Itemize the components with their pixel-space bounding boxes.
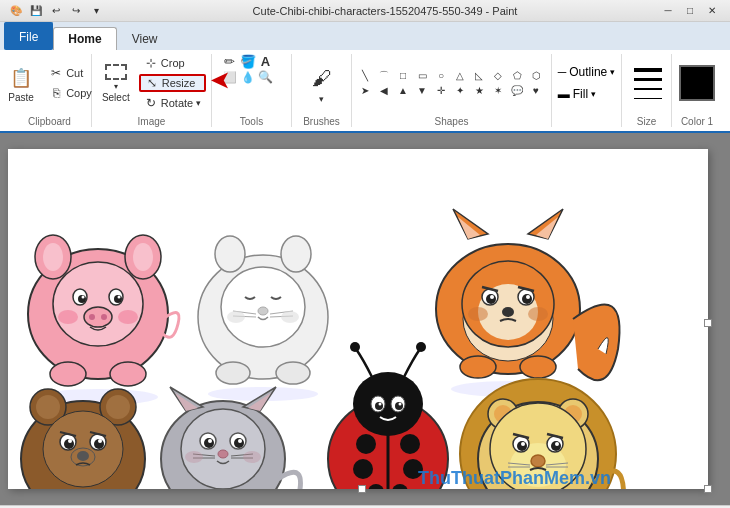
copy-label: Copy: [66, 87, 92, 99]
shape-triangle[interactable]: △: [452, 69, 468, 83]
svg-point-22: [281, 236, 311, 272]
resize-label: Resize: [162, 77, 196, 89]
tab-view[interactable]: View: [117, 26, 173, 50]
canvas-resize-handle-se[interactable]: [704, 485, 712, 493]
tools-items: ✏ 🪣 A ⬜ 💧 🔍: [222, 54, 282, 114]
image-items: ▾ Select ⊹ Crop ⤡ Resize ↻ Rotate ▾: [97, 54, 206, 114]
resize-button[interactable]: ⤡ Resize: [139, 74, 206, 92]
svg-point-106: [350, 342, 360, 352]
ribbon-tab-bar: File Home View: [0, 22, 730, 50]
crop-button[interactable]: ⊹ Crop: [139, 54, 206, 72]
svg-point-2: [43, 243, 63, 271]
svg-point-129: [521, 442, 525, 446]
shape-callout[interactable]: 💬: [509, 84, 525, 98]
paste-icon: 📋: [7, 64, 35, 92]
shape-ellipse[interactable]: ○: [433, 69, 449, 83]
paint-canvas[interactable]: ThuThuatPhanMem.vn: [8, 149, 708, 489]
fill-button[interactable]: 🪣: [240, 54, 256, 68]
cut-button[interactable]: ✂ Cut: [44, 64, 97, 82]
window-controls: ─ □ ✕: [658, 3, 722, 19]
ribbon-group-outline-fill: ─ Outline ▾ ▬ Fill ▾: [552, 54, 622, 127]
outline-button[interactable]: ─ Outline ▾: [553, 63, 621, 81]
canvas-resize-handle-s[interactable]: [358, 485, 366, 493]
shape-rect[interactable]: □: [395, 69, 411, 83]
shape-4way-arrow[interactable]: ✛: [433, 84, 449, 98]
svg-point-53: [460, 356, 496, 378]
canvas-resize-handle-e[interactable]: [704, 319, 712, 327]
shape-right-triangle[interactable]: ◺: [471, 69, 487, 83]
brushes-label: Brushes: [303, 114, 340, 127]
shape-line[interactable]: ╲: [357, 69, 373, 83]
size-label: Size: [637, 114, 656, 127]
shape-pentagon[interactable]: ⬠: [509, 69, 525, 83]
chibi-ladybug: [328, 342, 448, 489]
ribbon-group-brushes: 🖌 ▾ Brushes: [292, 54, 352, 127]
svg-point-54: [520, 356, 556, 378]
copy-button[interactable]: ⎘ Copy: [44, 84, 97, 102]
cut-icon: ✂: [49, 66, 63, 80]
size-line-thin: [634, 88, 662, 90]
brushes-items: 🖌 ▾: [301, 54, 343, 114]
dropdown-quick-icon[interactable]: ▾: [88, 3, 104, 19]
shape-star4[interactable]: ✦: [452, 84, 468, 98]
shape-left-arrow[interactable]: ◀: [376, 84, 392, 98]
close-button[interactable]: ✕: [702, 3, 722, 19]
ribbon-group-shapes: ╲ ⌒ □ ▭ ○ △ ◺ ◇ ⬠ ⬡ ➤ ◀ ▲ ▼ ✛ ✦ ★ ✶ 💬 ♥: [352, 54, 552, 127]
red-arrow-indicator: ➤: [211, 68, 229, 94]
shape-diamond[interactable]: ◇: [490, 69, 506, 83]
minimize-button[interactable]: ─: [658, 3, 678, 19]
svg-point-14: [101, 314, 107, 320]
resize-icon: ⤡: [145, 76, 159, 90]
rotate-label: Rotate: [161, 97, 193, 109]
shapes-items: ╲ ⌒ □ ▭ ○ △ ◺ ◇ ⬠ ⬡ ➤ ◀ ▲ ▼ ✛ ✦ ★ ✶ 💬 ♥: [357, 54, 546, 114]
shapes-label: Shapes: [435, 114, 469, 127]
select-icon: ▾: [102, 64, 130, 92]
svg-point-52: [528, 307, 548, 321]
text-button[interactable]: A: [258, 54, 274, 68]
svg-point-21: [215, 236, 245, 272]
svg-point-29: [227, 311, 245, 323]
paste-button[interactable]: 📋 Paste: [2, 57, 40, 109]
select-button[interactable]: ▾ Select: [97, 57, 135, 109]
svg-point-58: [36, 395, 60, 419]
redo-quick-icon[interactable]: ↪: [68, 3, 84, 19]
svg-point-98: [356, 434, 376, 454]
shape-up-arrow[interactable]: ▲: [395, 84, 411, 98]
shape-curve[interactable]: ⌒: [376, 69, 392, 83]
size-line-medium: [634, 78, 662, 81]
brushes-button[interactable]: 🖌 ▾: [301, 57, 343, 109]
svg-point-113: [399, 403, 402, 406]
magnify-button[interactable]: 🔍: [258, 70, 274, 84]
shape-star5[interactable]: ★: [471, 84, 487, 98]
ribbon-group-image: ▾ Select ⊹ Crop ⤡ Resize ↻ Rotate ▾: [92, 54, 212, 127]
svg-point-17: [50, 362, 86, 386]
tab-file[interactable]: File: [4, 22, 53, 50]
rotate-button[interactable]: ↻ Rotate ▾: [139, 94, 206, 112]
svg-point-80: [181, 409, 265, 489]
svg-point-93: [243, 451, 261, 463]
outline-fill-buttons: ─ Outline ▾ ▬ Fill ▾: [553, 63, 621, 103]
fill-button[interactable]: ▬ Fill ▾: [553, 85, 621, 103]
shape-star6[interactable]: ✶: [490, 84, 506, 98]
color-label: Color 1: [681, 114, 713, 127]
maximize-button[interactable]: □: [680, 3, 700, 19]
pencil-button[interactable]: ✏: [222, 54, 238, 68]
window-title: Cute-Chibi-chibi-characters-15520475-550…: [112, 5, 658, 17]
shape-hexagon[interactable]: ⬡: [528, 69, 544, 83]
shape-down-arrow[interactable]: ▼: [414, 84, 430, 98]
color-picker-button[interactable]: 💧: [240, 70, 256, 84]
shape-heart[interactable]: ♥: [528, 84, 544, 98]
chibi-bear: [21, 389, 145, 489]
select-label: Select: [102, 92, 130, 103]
svg-point-92: [185, 451, 203, 463]
save-quick-icon[interactable]: 💾: [28, 3, 44, 19]
shape-rounded-rect[interactable]: ▭: [414, 69, 430, 83]
tab-home[interactable]: Home: [53, 27, 116, 51]
svg-point-10: [82, 296, 85, 299]
outline-fill-items: ─ Outline ▾ ▬ Fill ▾: [553, 54, 621, 113]
svg-point-13: [89, 314, 95, 320]
copy-icon: ⎘: [49, 86, 63, 100]
color-swatch[interactable]: [679, 65, 715, 101]
undo-quick-icon[interactable]: ↩: [48, 3, 64, 19]
shape-right-arrow[interactable]: ➤: [357, 84, 373, 98]
